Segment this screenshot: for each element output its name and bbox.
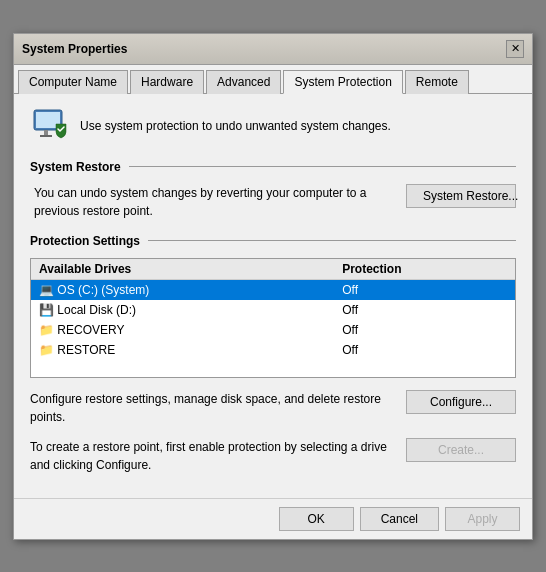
drive-protection: Off [334, 320, 515, 340]
configure-button[interactable]: Configure... [406, 390, 516, 414]
section-divider [129, 166, 516, 167]
ok-button[interactable]: OK [279, 507, 354, 531]
system-restore-button[interactable]: System Restore... [406, 184, 516, 208]
tab-system-protection[interactable]: System Protection [283, 70, 402, 94]
close-button[interactable]: ✕ [506, 40, 524, 58]
drive-label: RECOVERY [57, 323, 124, 337]
drive-label: Local Disk (D:) [57, 303, 136, 317]
table-row[interactable]: 💻 OS (C:) (System) Off [31, 279, 515, 300]
col-drives: Available Drives [31, 259, 334, 280]
apply-button[interactable]: Apply [445, 507, 520, 531]
table-row[interactable]: 📁 RECOVERY Off [31, 320, 515, 340]
drive-icon: 💻 [39, 283, 54, 297]
create-button[interactable]: Create... [406, 438, 516, 462]
system-protection-icon [30, 106, 70, 146]
restore-body: You can undo system changes by reverting… [30, 184, 516, 220]
drive-name: 📁 RECOVERY [31, 320, 334, 340]
table-row[interactable]: 💾 Local Disk (D:) Off [31, 300, 515, 320]
protection-settings-title: Protection Settings [30, 234, 140, 248]
configure-row: Configure restore settings, manage disk … [30, 390, 516, 426]
system-restore-section: System Restore You can undo system chang… [30, 160, 516, 220]
info-banner: Use system protection to undo unwanted s… [30, 106, 516, 146]
cancel-button[interactable]: Cancel [360, 507, 439, 531]
drive-icon: 📁 [39, 343, 54, 357]
tab-remote[interactable]: Remote [405, 70, 469, 94]
tab-computer-name[interactable]: Computer Name [18, 70, 128, 94]
tab-hardware[interactable]: Hardware [130, 70, 204, 94]
dialog-title: System Properties [22, 42, 127, 56]
drive-name: 💻 OS (C:) (System) [31, 279, 334, 300]
svg-rect-3 [40, 135, 52, 137]
system-restore-title: System Restore [30, 160, 121, 174]
tab-content: Use system protection to undo unwanted s… [14, 94, 532, 498]
svg-rect-2 [44, 130, 48, 135]
configure-description: Configure restore settings, manage disk … [30, 390, 396, 426]
tab-advanced[interactable]: Advanced [206, 70, 281, 94]
drive-icon: 📁 [39, 323, 54, 337]
dialog-footer: OK Cancel Apply [14, 498, 532, 539]
create-row: To create a restore point, first enable … [30, 438, 516, 474]
title-bar: System Properties ✕ [14, 34, 532, 65]
drives-inner-table: Available Drives Protection 💻 OS (C:) (S… [31, 259, 515, 360]
system-properties-dialog: System Properties ✕ Computer Name Hardwa… [13, 33, 533, 540]
drive-protection: Off [334, 340, 515, 360]
drive-name: 💾 Local Disk (D:) [31, 300, 334, 320]
drive-protection: Off [334, 300, 515, 320]
drive-name: 📁 RESTORE [31, 340, 334, 360]
drive-label: OS (C:) (System) [57, 283, 149, 297]
section-divider-2 [148, 240, 516, 241]
drives-table[interactable]: Available Drives Protection 💻 OS (C:) (S… [30, 258, 516, 378]
drive-icon: 💾 [39, 303, 54, 317]
restore-description: You can undo system changes by reverting… [34, 184, 396, 220]
table-row[interactable]: 📁 RESTORE Off [31, 340, 515, 360]
protection-settings-header: Protection Settings [30, 234, 516, 248]
create-description: To create a restore point, first enable … [30, 438, 396, 474]
system-restore-header: System Restore [30, 160, 516, 174]
col-protection: Protection [334, 259, 515, 280]
drive-protection: Off [334, 279, 515, 300]
tab-bar: Computer Name Hardware Advanced System P… [14, 65, 532, 94]
info-text: Use system protection to undo unwanted s… [80, 119, 391, 133]
drive-label: RESTORE [57, 343, 115, 357]
protection-settings-section: Protection Settings Available Drives Pro… [30, 234, 516, 378]
